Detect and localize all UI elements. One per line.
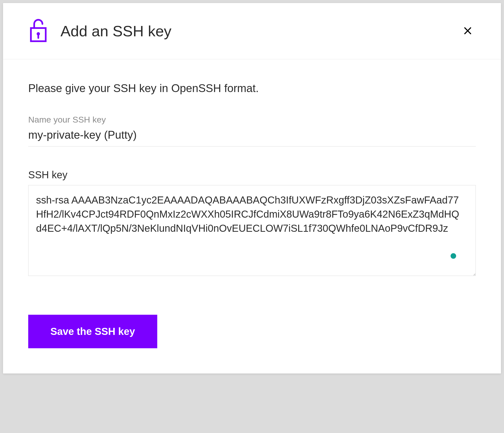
- instruction-text: Please give your SSH key in OpenSSH form…: [28, 82, 476, 95]
- key-field-label: SSH key: [28, 169, 476, 181]
- close-icon: [463, 26, 473, 37]
- name-field-label: Name your SSH key: [28, 115, 476, 125]
- key-field-group: SSH key: [28, 169, 476, 277]
- modal-body: Please give your SSH key in OpenSSH form…: [3, 59, 501, 315]
- header-left: Add an SSH key: [28, 18, 171, 44]
- close-button[interactable]: [460, 23, 476, 40]
- unlock-icon: [28, 18, 48, 44]
- save-ssh-key-button[interactable]: Save the SSH key: [28, 315, 157, 348]
- add-ssh-key-modal: Add an SSH key Please give your SSH key …: [3, 3, 501, 373]
- textarea-wrap: [28, 185, 476, 277]
- ssh-key-textarea[interactable]: [28, 185, 476, 276]
- name-field-group: Name your SSH key: [28, 115, 476, 147]
- ssh-key-name-input[interactable]: [28, 127, 476, 147]
- modal-title: Add an SSH key: [60, 22, 171, 40]
- modal-footer: Save the SSH key: [3, 315, 501, 373]
- modal-header: Add an SSH key: [3, 3, 501, 59]
